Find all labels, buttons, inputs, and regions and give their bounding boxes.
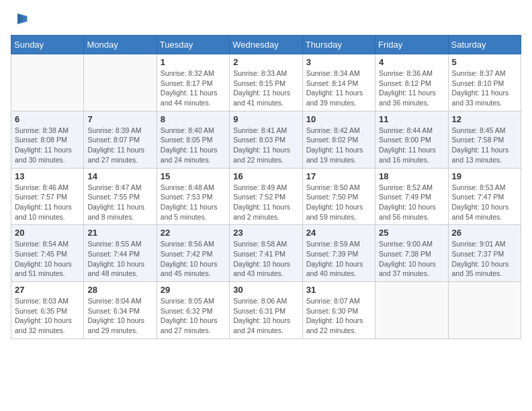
calendar-cell: 7Sunrise: 8:39 AMSunset: 8:07 PMDaylight… <box>84 111 157 168</box>
calendar-cell: 14Sunrise: 8:47 AMSunset: 7:55 PMDayligh… <box>84 168 157 225</box>
calendar: SundayMondayTuesdayWednesdayThursdayFrid… <box>11 35 521 339</box>
day-info: Sunrise: 8:58 AMSunset: 7:41 PMDaylight:… <box>233 239 298 279</box>
day-info: Sunrise: 8:04 AMSunset: 6:34 PMDaylight:… <box>87 296 152 336</box>
calendar-cell <box>375 282 448 339</box>
day-number: 18 <box>379 171 444 181</box>
day-info: Sunrise: 8:03 AMSunset: 6:35 PMDaylight:… <box>15 296 80 336</box>
column-header-wednesday: Wednesday <box>230 36 302 54</box>
day-number: 23 <box>233 228 298 238</box>
calendar-week-row: 6Sunrise: 8:38 AMSunset: 8:08 PMDaylight… <box>11 111 521 168</box>
day-info: Sunrise: 8:48 AMSunset: 7:53 PMDaylight:… <box>161 183 226 222</box>
calendar-week-row: 13Sunrise: 8:46 AMSunset: 7:57 PMDayligh… <box>11 168 521 225</box>
calendar-cell: 18Sunrise: 8:52 AMSunset: 7:49 PMDayligh… <box>375 168 448 225</box>
day-number: 17 <box>306 171 371 181</box>
calendar-cell: 9Sunrise: 8:41 AMSunset: 8:03 PMDaylight… <box>230 111 302 168</box>
calendar-cell: 17Sunrise: 8:50 AMSunset: 7:50 PMDayligh… <box>302 168 375 225</box>
day-number: 4 <box>379 57 444 67</box>
calendar-cell: 22Sunrise: 8:56 AMSunset: 7:42 PMDayligh… <box>157 225 229 282</box>
day-info: Sunrise: 8:37 AMSunset: 8:10 PMDaylight:… <box>452 68 517 108</box>
day-info: Sunrise: 8:40 AMSunset: 8:05 PMDaylight:… <box>161 126 226 165</box>
calendar-week-row: 20Sunrise: 8:54 AMSunset: 7:45 PMDayligh… <box>11 225 521 282</box>
day-info: Sunrise: 8:55 AMSunset: 7:44 PMDaylight:… <box>87 239 152 279</box>
day-info: Sunrise: 8:36 AMSunset: 8:12 PMDaylight:… <box>379 68 444 108</box>
calendar-cell: 19Sunrise: 8:53 AMSunset: 7:47 PMDayligh… <box>448 168 521 225</box>
calendar-cell: 16Sunrise: 8:49 AMSunset: 7:52 PMDayligh… <box>230 168 302 225</box>
day-number: 26 <box>452 228 517 238</box>
calendar-cell: 25Sunrise: 9:00 AMSunset: 7:38 PMDayligh… <box>375 225 448 282</box>
day-info: Sunrise: 8:53 AMSunset: 7:47 PMDaylight:… <box>452 183 517 222</box>
day-info: Sunrise: 8:33 AMSunset: 8:15 PMDaylight:… <box>233 68 298 108</box>
day-info: Sunrise: 8:38 AMSunset: 8:08 PMDaylight:… <box>15 126 80 165</box>
calendar-cell <box>448 282 521 339</box>
day-number: 3 <box>306 57 371 67</box>
calendar-cell: 11Sunrise: 8:44 AMSunset: 8:00 PMDayligh… <box>375 111 448 168</box>
calendar-week-row: 1Sunrise: 8:32 AMSunset: 8:17 PMDaylight… <box>11 54 521 111</box>
day-number: 1 <box>161 57 226 67</box>
day-info: Sunrise: 8:49 AMSunset: 7:52 PMDaylight:… <box>233 183 298 222</box>
column-header-friday: Friday <box>375 36 448 54</box>
calendar-cell: 23Sunrise: 8:58 AMSunset: 7:41 PMDayligh… <box>230 225 302 282</box>
calendar-cell: 26Sunrise: 9:01 AMSunset: 7:37 PMDayligh… <box>448 225 521 282</box>
day-number: 21 <box>87 228 152 238</box>
calendar-cell: 20Sunrise: 8:54 AMSunset: 7:45 PMDayligh… <box>11 225 84 282</box>
day-info: Sunrise: 8:39 AMSunset: 8:07 PMDaylight:… <box>87 126 152 165</box>
day-info: Sunrise: 8:47 AMSunset: 7:55 PMDaylight:… <box>87 183 152 222</box>
calendar-cell: 4Sunrise: 8:36 AMSunset: 8:12 PMDaylight… <box>375 54 448 111</box>
column-header-saturday: Saturday <box>448 36 521 54</box>
column-header-thursday: Thursday <box>302 36 375 54</box>
day-info: Sunrise: 8:32 AMSunset: 8:17 PMDaylight:… <box>161 68 226 108</box>
page-header <box>11 11 521 27</box>
calendar-cell <box>11 54 84 111</box>
day-number: 28 <box>87 285 152 295</box>
day-info: Sunrise: 8:45 AMSunset: 7:58 PMDaylight:… <box>452 126 517 165</box>
day-info: Sunrise: 8:41 AMSunset: 8:03 PMDaylight:… <box>233 126 298 165</box>
calendar-cell: 1Sunrise: 8:32 AMSunset: 8:17 PMDaylight… <box>157 54 229 111</box>
day-number: 31 <box>306 285 371 295</box>
column-header-sunday: Sunday <box>11 36 84 54</box>
day-number: 7 <box>87 114 152 124</box>
column-header-tuesday: Tuesday <box>157 36 229 54</box>
day-number: 15 <box>161 171 226 181</box>
day-info: Sunrise: 8:50 AMSunset: 7:50 PMDaylight:… <box>306 183 371 222</box>
day-info: Sunrise: 8:34 AMSunset: 8:14 PMDaylight:… <box>306 68 371 108</box>
day-info: Sunrise: 8:42 AMSunset: 8:02 PMDaylight:… <box>306 126 371 165</box>
day-number: 8 <box>161 114 226 124</box>
day-info: Sunrise: 8:06 AMSunset: 6:31 PMDaylight:… <box>233 296 298 336</box>
day-number: 29 <box>161 285 226 295</box>
day-info: Sunrise: 8:44 AMSunset: 8:00 PMDaylight:… <box>379 126 444 165</box>
calendar-cell: 29Sunrise: 8:05 AMSunset: 6:32 PMDayligh… <box>157 282 229 339</box>
day-info: Sunrise: 8:52 AMSunset: 7:49 PMDaylight:… <box>379 183 444 222</box>
day-number: 12 <box>452 114 517 124</box>
day-info: Sunrise: 8:05 AMSunset: 6:32 PMDaylight:… <box>161 296 226 336</box>
day-number: 25 <box>379 228 444 238</box>
day-number: 20 <box>15 228 80 238</box>
calendar-cell: 2Sunrise: 8:33 AMSunset: 8:15 PMDaylight… <box>230 54 302 111</box>
calendar-cell: 15Sunrise: 8:48 AMSunset: 7:53 PMDayligh… <box>157 168 229 225</box>
day-info: Sunrise: 8:07 AMSunset: 6:30 PMDaylight:… <box>306 296 371 336</box>
day-info: Sunrise: 9:00 AMSunset: 7:38 PMDaylight:… <box>379 239 444 279</box>
day-number: 11 <box>379 114 444 124</box>
calendar-cell: 10Sunrise: 8:42 AMSunset: 8:02 PMDayligh… <box>302 111 375 168</box>
day-number: 14 <box>87 171 152 181</box>
calendar-cell: 12Sunrise: 8:45 AMSunset: 7:58 PMDayligh… <box>448 111 521 168</box>
day-number: 5 <box>452 57 517 67</box>
day-number: 10 <box>306 114 371 124</box>
calendar-header-row: SundayMondayTuesdayWednesdayThursdayFrid… <box>11 36 521 54</box>
day-number: 24 <box>306 228 371 238</box>
day-info: Sunrise: 9:01 AMSunset: 7:37 PMDaylight:… <box>452 239 517 279</box>
day-number: 16 <box>233 171 298 181</box>
day-number: 9 <box>233 114 298 124</box>
day-info: Sunrise: 8:46 AMSunset: 7:57 PMDaylight:… <box>15 183 80 222</box>
calendar-cell: 24Sunrise: 8:59 AMSunset: 7:39 PMDayligh… <box>302 225 375 282</box>
calendar-cell: 28Sunrise: 8:04 AMSunset: 6:34 PMDayligh… <box>84 282 157 339</box>
day-number: 22 <box>161 228 226 238</box>
day-number: 30 <box>233 285 298 295</box>
calendar-cell: 31Sunrise: 8:07 AMSunset: 6:30 PMDayligh… <box>302 282 375 339</box>
logo <box>11 11 28 27</box>
logo-icon <box>12 11 28 27</box>
calendar-cell: 27Sunrise: 8:03 AMSunset: 6:35 PMDayligh… <box>11 282 84 339</box>
calendar-week-row: 27Sunrise: 8:03 AMSunset: 6:35 PMDayligh… <box>11 282 521 339</box>
day-info: Sunrise: 8:56 AMSunset: 7:42 PMDaylight:… <box>161 239 226 279</box>
calendar-cell: 21Sunrise: 8:55 AMSunset: 7:44 PMDayligh… <box>84 225 157 282</box>
calendar-cell: 30Sunrise: 8:06 AMSunset: 6:31 PMDayligh… <box>230 282 302 339</box>
